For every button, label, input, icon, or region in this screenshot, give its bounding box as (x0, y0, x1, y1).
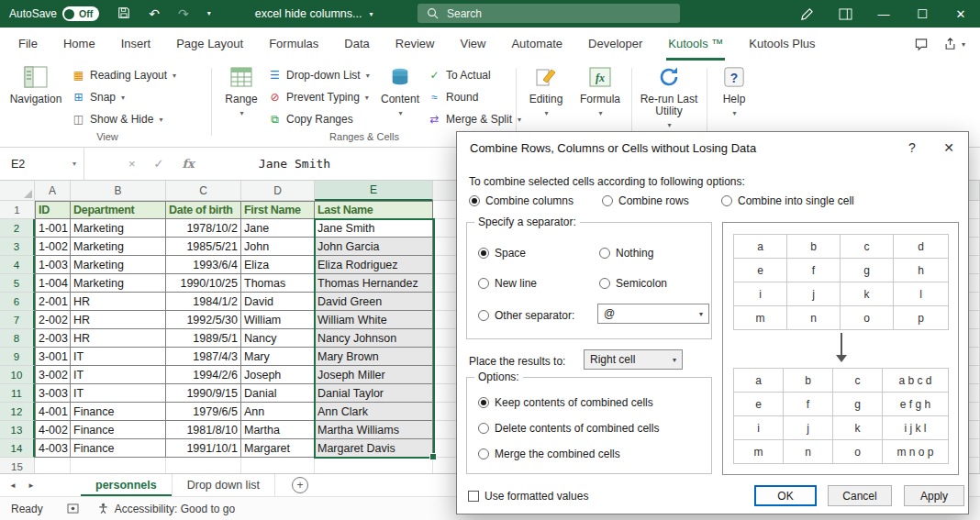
ribbon-button-round[interactable]: ≈ Round (428, 87, 478, 107)
ribbon-button-snap[interactable]: ⊞ Snap ▾ (72, 87, 125, 107)
ribbon-button-merge-split[interactable]: ⇄ Merge & Split ▾ (428, 109, 521, 129)
radio-other-separator[interactable]: Other separator: (478, 309, 574, 322)
cell-E3[interactable]: John Garcia (315, 238, 433, 256)
cell-C6[interactable]: 1984/1/2 (166, 293, 241, 311)
accessibility-icon[interactable] (97, 503, 109, 514)
cell-C5[interactable]: 1990/10/25 (166, 274, 241, 293)
cell-E1[interactable]: Last Name (315, 201, 433, 219)
cell-E11[interactable]: Danial Taylor (315, 384, 433, 403)
cell-D13[interactable]: Martha (241, 421, 315, 439)
radio-merge-cells[interactable]: Merge the combined cells (478, 448, 620, 460)
ribbon-button-reading-layout[interactable]: ▦ Reading Layout ▾ (72, 65, 176, 85)
cell-A14[interactable]: 4-003 (35, 439, 71, 458)
cell-C12[interactable]: 1979/6/5 (166, 403, 241, 421)
ribbon-tab-kutools-plus[interactable]: Kutools Plus (736, 28, 828, 61)
cell-B4[interactable]: Marketing (71, 256, 166, 274)
cell-C3[interactable]: 1985/5/21 (166, 238, 241, 256)
cell-A1[interactable]: ID (35, 201, 71, 219)
redo-icon[interactable]: ↷ (178, 7, 189, 20)
row-header-3[interactable]: 3 (0, 238, 35, 256)
cell-B14[interactable]: Finance (71, 439, 166, 458)
sheet-nav-prev-icon[interactable]: ◄ (9, 481, 17, 490)
row-header-8[interactable]: 8 (0, 329, 35, 348)
ribbon-button-navigation[interactable]: Navigation (7, 63, 64, 105)
cell-A8[interactable]: 2-003 (35, 329, 71, 348)
ribbon-tab-kutools[interactable]: Kutools ™ (655, 28, 736, 61)
cell-C2[interactable]: 1978/10/2 (166, 219, 241, 238)
cell-D15[interactable] (241, 458, 315, 473)
cell-D8[interactable]: Nancy (241, 329, 315, 348)
cell-C15[interactable] (166, 458, 241, 473)
cell-D2[interactable]: Jane (241, 219, 315, 238)
cell-E9[interactable]: Mary Brown (315, 348, 433, 366)
select-all-button[interactable] (0, 181, 35, 201)
cell-A3[interactable]: 1-002 (35, 238, 71, 256)
cell-B10[interactable]: IT (71, 366, 166, 384)
row-header-6[interactable]: 6 (0, 293, 35, 311)
cell-A5[interactable]: 1-004 (35, 274, 71, 293)
radio-semicolon[interactable]: Semicolon (599, 277, 667, 290)
ribbon-display-icon[interactable] (826, 0, 864, 28)
ribbon-button-content[interactable]: Content ▾ (374, 63, 426, 119)
row-header-10[interactable]: 10 (0, 366, 35, 384)
ribbon-tab-file[interactable]: File (6, 28, 50, 61)
cell-B15[interactable] (71, 458, 166, 473)
name-box[interactable]: E2 ▾ (0, 148, 84, 180)
cell-B3[interactable]: Marketing (71, 238, 166, 256)
ribbon-tab-formulas[interactable]: Formulas (256, 28, 331, 61)
ribbon-tab-automate[interactable]: Automate (498, 28, 575, 61)
radio-combine-columns[interactable]: Combine columns (469, 194, 574, 207)
ribbon-tab-data[interactable]: Data (331, 28, 382, 61)
quick-access-chevron-icon[interactable]: ▾ (207, 10, 211, 17)
ribbon-button-show-hide[interactable]: ◫ Show & Hide ▾ (72, 109, 162, 129)
other-separator-combobox[interactable]: @ ▾ (597, 304, 709, 324)
row-header-12[interactable]: 12 (0, 403, 35, 421)
macro-record-icon[interactable] (67, 503, 79, 514)
radio-keep-contents[interactable]: Keep contents of combined cells (478, 396, 653, 409)
radio-new-line[interactable]: New line (478, 277, 537, 290)
ribbon-tab-review[interactable]: Review (383, 28, 448, 61)
insert-function-icon[interactable]: fx (183, 157, 195, 171)
ribbon-button-dropdown-list[interactable]: ☰ Drop-down List ▾ (268, 65, 370, 85)
cell-C8[interactable]: 1989/5/1 (166, 329, 241, 348)
cell-A11[interactable]: 3-003 (35, 384, 71, 403)
place-results-dropdown[interactable]: Right cell ▾ (584, 349, 683, 370)
cell-D4[interactable]: Eliza (241, 256, 315, 274)
pen-icon[interactable] (787, 0, 826, 28)
column-header-B[interactable]: B (71, 181, 166, 201)
ribbon-button-range[interactable]: Range ▾ (217, 63, 266, 119)
ribbon-button-formula[interactable]: fx Formula ▾ (574, 63, 626, 119)
cell-A4[interactable]: 1-003 (35, 256, 71, 274)
cell-A12[interactable]: 4-001 (35, 403, 71, 421)
column-header-E[interactable]: E (315, 181, 433, 201)
ribbon-button-copy-ranges[interactable]: ⧉ Copy Ranges (268, 109, 353, 129)
cell-E2[interactable]: Jane Smith (315, 219, 433, 238)
maximize-button[interactable]: ☐ (903, 0, 941, 28)
ribbon-button-help[interactable]: ? Help ▾ (712, 63, 756, 119)
dialog-help-icon[interactable]: ? (902, 139, 922, 156)
cell-D9[interactable]: Mary (241, 348, 315, 366)
document-title[interactable]: excel hide columns... ▾ (255, 7, 373, 20)
cell-C7[interactable]: 1992/5/30 (166, 311, 241, 329)
sheet-tab-personnels[interactable]: personnels (81, 474, 173, 496)
cell-B12[interactable]: Finance (71, 403, 166, 421)
dialog-close-icon[interactable]: ✕ (939, 139, 959, 156)
ribbon-button-rerun-last-utility[interactable]: Re-run Last Utility ▾ (637, 63, 701, 131)
row-header-15[interactable]: 15 (0, 458, 35, 473)
minimize-button[interactable]: — (864, 0, 903, 28)
row-header-11[interactable]: 11 (0, 384, 35, 403)
cell-C11[interactable]: 1990/9/15 (166, 384, 241, 403)
cell-A6[interactable]: 2-001 (35, 293, 71, 311)
comments-icon[interactable] (914, 38, 929, 51)
cell-A10[interactable]: 3-002 (35, 366, 71, 384)
cell-C13[interactable]: 1981/8/10 (166, 421, 241, 439)
cell-C14[interactable]: 1991/10/1 (166, 439, 241, 458)
row-header-7[interactable]: 7 (0, 311, 35, 329)
ok-button[interactable]: OK (754, 485, 817, 506)
cell-E12[interactable]: Ann Clark (315, 403, 433, 421)
cell-D10[interactable]: Joseph (241, 366, 315, 384)
search-input[interactable]: Search (418, 4, 680, 23)
cell-E14[interactable]: Margaret Davis (315, 439, 433, 458)
cell-A7[interactable]: 2-002 (35, 311, 71, 329)
cell-D6[interactable]: David (241, 293, 315, 311)
